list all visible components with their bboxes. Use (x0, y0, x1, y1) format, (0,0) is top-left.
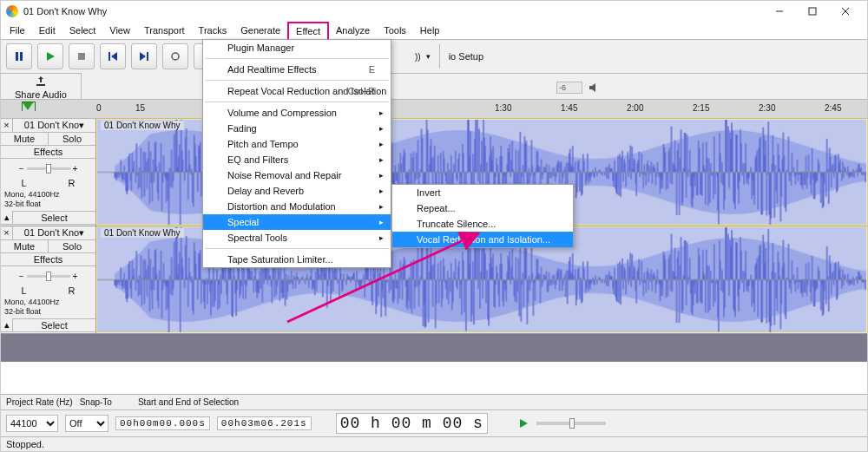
menubar: File Edit Select View Transport Tracks G… (1, 22, 867, 39)
pause-button[interactable] (6, 43, 32, 69)
audio-setup-label[interactable]: io Setup (449, 51, 483, 62)
menu-tools[interactable]: Tools (377, 22, 413, 39)
submenu-item[interactable]: Invert (392, 185, 573, 200)
track-name[interactable]: 01 Don't Kno▾ (13, 226, 95, 239)
project-rate-label: Project Rate (Hz) (6, 397, 73, 407)
svg-rect-1 (809, 8, 816, 15)
track-collapse-button[interactable]: ▴ (1, 318, 13, 331)
solo-button[interactable]: Solo (49, 133, 95, 145)
svg-rect-4 (16, 52, 18, 61)
selection-label: Start and End of Selection (138, 397, 320, 407)
track-header: ×01 Don't Kno▾MuteSoloEffects−+LRMono, 4… (1, 119, 96, 226)
timeline-tick: 2:45 (825, 103, 841, 113)
mute-button[interactable]: Mute (1, 240, 49, 252)
track-name[interactable]: 01 Don't Kno▾ (13, 119, 95, 132)
menu-item[interactable]: Special▸ (203, 214, 391, 230)
svg-rect-7 (78, 53, 85, 60)
menu-effect[interactable]: Effect (287, 22, 329, 39)
timeline-tick: 2:15 (693, 103, 709, 113)
svg-marker-17 (589, 83, 595, 92)
maximize-button[interactable] (796, 2, 829, 21)
pan-slider[interactable]: LR (1, 178, 95, 188)
menu-item[interactable]: Volume and Compression▸ (203, 105, 391, 121)
skip-start-button[interactable] (100, 43, 126, 69)
share-icon[interactable] (35, 75, 47, 88)
svg-marker-9 (111, 52, 117, 61)
mute-button[interactable]: Mute (1, 133, 49, 145)
snap-to-label: Snap-To (80, 397, 112, 407)
close-button[interactable] (829, 2, 862, 21)
effects-button[interactable]: Effects (1, 253, 95, 265)
menu-select[interactable]: Select (62, 22, 103, 39)
skip-end-button[interactable] (131, 43, 157, 69)
clip-title[interactable]: 01 Don't Know Why (101, 121, 184, 130)
gain-slider[interactable]: −+ (1, 159, 95, 178)
menu-item[interactable]: Add Realtime EffectsE (203, 62, 391, 77)
menu-help[interactable]: Help (413, 22, 447, 39)
audio-position[interactable]: 00 h 00 m 00 s (336, 413, 488, 434)
menu-generate[interactable]: Generate (233, 22, 287, 39)
track-format: Mono, 44100Hz32-bit float (1, 188, 95, 211)
speaker-icon (588, 82, 600, 94)
track-close-button[interactable]: × (1, 226, 13, 239)
track-close-button[interactable]: × (1, 119, 13, 132)
clip-title[interactable]: 01 Don't Know Why (101, 228, 184, 238)
special-submenu: InvertRepeat...Truncate Silence...Vocal … (391, 184, 574, 248)
menu-view[interactable]: View (102, 22, 137, 39)
menu-item[interactable]: Spectral Tools▸ (203, 230, 391, 246)
snap-to-select[interactable]: Off (65, 415, 108, 432)
menu-item[interactable]: Distortion and Modulation▸ (203, 199, 391, 214)
track-select-button[interactable]: Select (13, 211, 95, 224)
minimize-button[interactable] (763, 2, 796, 21)
selection-end[interactable]: 00h03m06.201s (217, 416, 312, 430)
pan-slider[interactable]: LR (1, 285, 95, 296)
status-bar: Stopped. (1, 437, 867, 451)
solo-button[interactable]: Solo (49, 240, 95, 252)
toolbar-area: Share Audio )) ▾ io Setup ▾ -54 -48 -42 … (1, 39, 867, 100)
menu-item[interactable]: Pitch and Tempo▸ (203, 136, 391, 152)
selection-start[interactable]: 00h00m00.000s (115, 416, 210, 430)
track-format: Mono, 44100Hz32-bit float (1, 296, 95, 318)
track-header: ×01 Don't Kno▾MuteSoloEffects−+LRMono, 4… (1, 226, 96, 333)
menu-item[interactable]: Repeat Vocal Reduction and IsolationCtrl… (203, 83, 391, 99)
share-label[interactable]: Share Audio (15, 89, 67, 100)
play-at-speed-icon[interactable] (519, 418, 529, 429)
timeline-tick: 15 (135, 103, 145, 113)
project-rate-select[interactable]: 44100 (6, 415, 58, 432)
menu-file[interactable]: File (3, 22, 32, 39)
effect-menu: Plugin ManagerAdd Realtime EffectsERepea… (202, 39, 391, 268)
playback-speed-slider[interactable] (536, 422, 606, 425)
svg-rect-5 (20, 52, 23, 61)
timeline-tick: 1:45 (561, 103, 577, 113)
timeline-ruler[interactable]: 0151:301:452:002:152:302:453:00 (1, 100, 867, 119)
menu-item[interactable]: Plugin Manager (203, 40, 391, 56)
svg-rect-10 (147, 52, 148, 61)
menu-tracks[interactable]: Tracks (192, 22, 234, 39)
svg-marker-18 (520, 419, 528, 428)
timeline-tick: 2:30 (759, 103, 775, 113)
svg-rect-8 (108, 52, 110, 61)
window-title: 01 Don't Know Why (23, 6, 763, 16)
effects-button[interactable]: Effects (1, 146, 95, 158)
submenu-item[interactable]: Vocal Reduction and Isolation... (392, 232, 573, 247)
track-select-button[interactable]: Select (13, 318, 95, 331)
svg-marker-6 (47, 52, 55, 61)
menu-item[interactable]: Delay and Reverb▸ (203, 183, 391, 199)
track-collapse-button[interactable]: ▴ (1, 211, 13, 224)
playhead-marker-icon[interactable] (22, 102, 34, 110)
submenu-item[interactable]: Repeat... (392, 200, 573, 216)
menu-edit[interactable]: Edit (32, 22, 62, 39)
submenu-item[interactable]: Truncate Silence... (392, 216, 573, 232)
gain-slider[interactable]: −+ (1, 266, 95, 285)
menu-transport[interactable]: Transport (137, 22, 192, 39)
play-button[interactable] (37, 43, 63, 69)
menu-analyze[interactable]: Analyze (329, 22, 377, 39)
menu-item[interactable]: EQ and Filters▸ (203, 152, 391, 167)
menu-item[interactable]: Noise Removal and Repair▸ (203, 167, 391, 183)
menu-item[interactable]: Fading▸ (203, 121, 391, 136)
menu-item[interactable]: Tape Saturation Limiter... (203, 252, 391, 267)
stop-button[interactable] (69, 43, 95, 69)
loop-button[interactable] (162, 43, 188, 69)
transport-toolbar (1, 40, 226, 73)
play-meter[interactable]: -6 (556, 82, 582, 94)
